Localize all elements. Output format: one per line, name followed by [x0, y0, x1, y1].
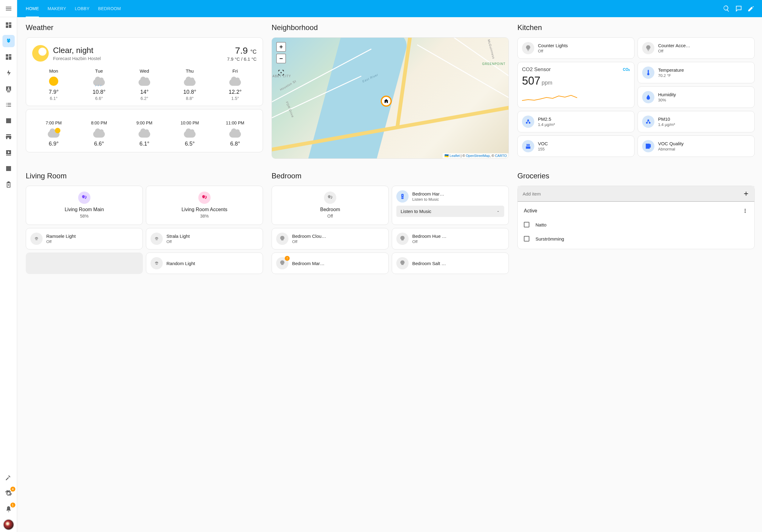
home-icon	[383, 98, 389, 104]
map-zoom-in[interactable]: +	[276, 42, 286, 52]
search-button[interactable]	[720, 2, 732, 15]
edit-button[interactable]	[745, 2, 757, 15]
sidebar-dashboard-1[interactable]	[2, 19, 15, 31]
grocery-item[interactable]: Surströmming	[523, 232, 749, 246]
alert-badge: !	[285, 256, 290, 261]
sidebar-energy[interactable]	[2, 67, 15, 79]
sidebar-dashboard-active[interactable]	[2, 35, 15, 47]
hammer-icon	[5, 474, 12, 481]
weather-icon	[138, 128, 150, 138]
weather-card-daily[interactable]: Clear, night Forecast Hazbin Hostel 7.9 …	[26, 38, 263, 106]
checkbox[interactable]	[524, 222, 529, 227]
svg-point-12	[403, 198, 403, 198]
svg-point-15	[744, 212, 745, 213]
grocery-item[interactable]: Natto	[523, 218, 749, 232]
co2-sensor-card[interactable]: CO2 Sensor CO₂ 507ppm	[517, 62, 635, 108]
grocery-add-input[interactable]: Add item	[518, 186, 754, 202]
sidebar-person[interactable]	[2, 83, 15, 95]
osm-link[interactable]: OpenStreetMap	[466, 154, 490, 158]
voc-quality-tile[interactable]: VOC QualityAbnormal	[638, 135, 755, 157]
sidebar-clipboard[interactable]	[2, 178, 15, 190]
kitchen-section-title: Kitchen	[517, 23, 755, 32]
carto-link[interactable]: CARTO	[495, 154, 507, 158]
bedroom-hue-tile[interactable]: Bedroom Hue …Off	[392, 228, 509, 250]
leaflet-link[interactable]: Leaflet	[450, 154, 460, 158]
svg-rect-7	[401, 194, 403, 199]
tab-home[interactable]: HOME	[26, 0, 39, 17]
menu-icon	[5, 5, 12, 12]
counter-lights-tile[interactable]: Counter LightsOff	[517, 38, 635, 59]
bedroom-harmony-tile[interactable]: Bedroom Har…Listen to Music Listen to Mu…	[392, 186, 509, 225]
bedroom-salt-tile[interactable]: Bedroom Salt …	[392, 253, 509, 274]
sidebar-hacs[interactable]	[2, 130, 15, 143]
placeholder-tile[interactable]	[26, 253, 143, 274]
person-box-icon	[5, 85, 12, 93]
map-label-greenpoint: GREENPOINT	[482, 62, 505, 66]
home-marker[interactable]	[381, 96, 392, 107]
living-room-main-tile[interactable]: Living Room Main 58%	[26, 186, 143, 225]
neighborhood-section-title: Neighborhood	[271, 23, 509, 32]
cat-icon	[5, 38, 12, 45]
bedroom-marquee-tile[interactable]: ! Bedroom Mar…	[271, 253, 389, 274]
voc-tile[interactable]: VOC155	[517, 135, 635, 157]
target-icon	[277, 69, 285, 76]
lightning-icon	[5, 69, 12, 77]
moon-icon	[32, 45, 49, 62]
molecule-icon	[645, 118, 652, 125]
random-light-tile[interactable]: Random Light	[146, 253, 263, 274]
assist-button[interactable]	[732, 2, 745, 15]
pm10-tile[interactable]: PM101.4 µg/m³	[638, 111, 755, 132]
weather-icon	[93, 128, 105, 138]
weather-high-low: 7.9 °C / 6.1 °C	[227, 56, 257, 62]
map-card[interactable]: ABET CITY GREENPOINT East River FDR Driv…	[271, 38, 509, 159]
tab-lobby[interactable]: LOBBY	[75, 0, 90, 17]
sidebar-terminal[interactable]	[2, 162, 15, 175]
sidebar-dashboard-3[interactable]	[2, 51, 15, 63]
bedroom-cloud-tile[interactable]: Bedroom Clou…Off	[271, 228, 389, 250]
strala-light-tile[interactable]: Strala LightOff	[146, 228, 263, 250]
ceiling-light-icon	[33, 235, 40, 242]
ceiling-light-icon	[153, 260, 160, 266]
header: HOME MAKERY LOBBY BEDROOM	[17, 0, 762, 17]
map-zoom-out[interactable]: −	[276, 54, 286, 63]
sidebar-notifications[interactable]: 1	[2, 503, 15, 515]
search-icon	[723, 5, 730, 12]
forecast-day: Thu 10.8° 8.8°	[167, 68, 212, 101]
list-icon	[5, 101, 12, 109]
counter-accents-tile[interactable]: Counter Acce…Off	[638, 38, 755, 59]
weather-condition: Clear, night	[53, 46, 223, 55]
bedroom-main-tile[interactable]: Bedroom Off	[271, 186, 389, 225]
map-locate[interactable]	[276, 68, 286, 78]
more-vert-icon[interactable]	[742, 208, 748, 214]
weather-icon	[229, 128, 241, 138]
hamburger-menu[interactable]	[2, 2, 15, 15]
sidebar-history[interactable]	[2, 114, 15, 127]
weather-section-title: Weather	[26, 23, 263, 32]
sidebar-media[interactable]	[2, 146, 15, 159]
weather-card-hourly[interactable]: 7:00 PM 6.9° 8:00 PM 6.6° 9:00 PM 6.1° 1…	[26, 109, 263, 152]
checkbox[interactable]	[524, 236, 529, 242]
weather-icon: / / /	[93, 77, 105, 86]
humidity-tile[interactable]: Humidity30%	[638, 86, 755, 108]
sidebar-list[interactable]	[2, 99, 15, 111]
tab-bedroom[interactable]: BEDROOM	[98, 0, 121, 17]
user-avatar[interactable]	[3, 519, 14, 530]
svg-point-8	[402, 195, 403, 196]
sidebar-devtools[interactable]	[2, 471, 15, 484]
ramsele-light-tile[interactable]: Ramsele LightOff	[26, 228, 143, 250]
tab-makery[interactable]: MAKERY	[47, 0, 66, 17]
svg-point-10	[403, 197, 403, 197]
weather-subtitle: Forecast Hazbin Hostel	[53, 56, 223, 61]
sidebar-settings[interactable]: 4	[2, 487, 15, 499]
bulb-icon	[645, 45, 652, 51]
pencil-icon	[747, 5, 755, 12]
temperature-tile[interactable]: Temperature70.2 °F	[638, 62, 755, 83]
water-drop-icon	[645, 94, 652, 101]
map-attribution: 🇺🇦 Leaflet | © OpenStreetMap, © CARTO	[443, 153, 508, 158]
harmony-dropdown[interactable]: Listen to Music	[396, 206, 504, 217]
pm25-tile[interactable]: PM2.51.4 µg/m³	[517, 111, 635, 132]
chat-icon	[735, 5, 742, 12]
weather-icon	[138, 77, 150, 86]
weather-current-temp: 7.9 °C	[227, 45, 257, 56]
living-room-accents-tile[interactable]: Living Room Accents 38%	[146, 186, 263, 225]
